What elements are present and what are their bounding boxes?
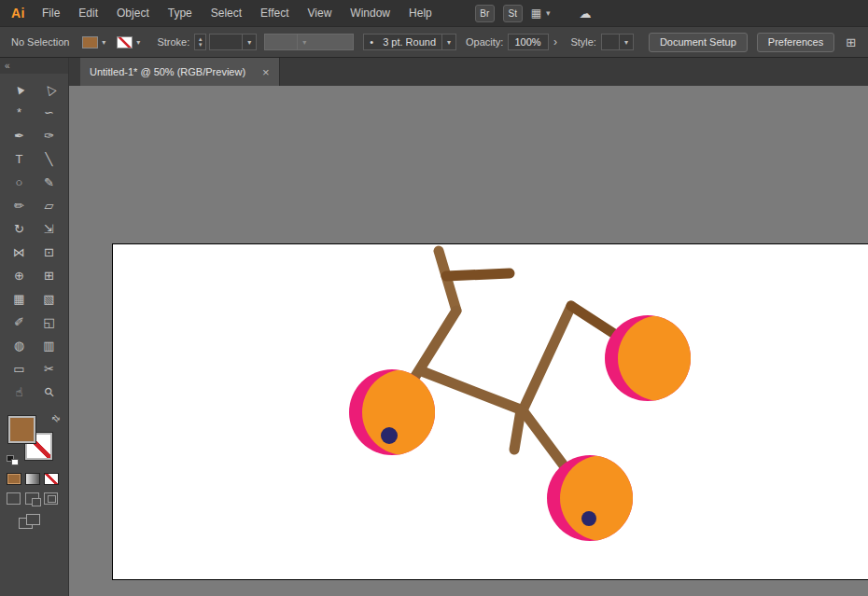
menu-bar-icons: Br St ▦ ▾ ☁ — [475, 5, 592, 22]
draw-inside-button[interactable] — [44, 492, 58, 505]
stroke-weight-combo[interactable]: ▾ — [209, 34, 257, 50]
opacity-label: Opacity: — [466, 36, 503, 48]
drawing-mode-buttons — [0, 487, 68, 505]
fill-color-control[interactable]: ▾ — [82, 36, 109, 49]
magic-wand-tool[interactable]: * — [5, 101, 35, 124]
type-tool[interactable]: T — [5, 147, 35, 171]
column-graph-tool[interactable]: ▥ — [35, 334, 64, 357]
menu-edit[interactable]: Edit — [69, 0, 107, 26]
fill-color-swatch[interactable] — [82, 36, 98, 49]
artboard-tool[interactable]: ▭ — [5, 357, 35, 381]
align-panel-icon[interactable]: ⊞ — [846, 35, 866, 49]
opacity-panel-chevron-icon[interactable]: › — [549, 34, 561, 50]
document-tab-bar: Untitled-1* @ 50% (RGB/Preview) × — [69, 58, 868, 86]
document-setup-button[interactable]: Document Setup — [649, 33, 748, 52]
variable-width-dropdown-icon: ▾ — [297, 35, 311, 49]
shape-builder-tool[interactable]: ⊕ — [5, 264, 35, 287]
gradient-tool[interactable]: ▧ — [35, 287, 64, 311]
style-combo[interactable]: ▾ — [601, 34, 634, 50]
paintbrush-tool[interactable]: ✎ — [35, 171, 64, 194]
ellipse-tool[interactable]: ○ — [5, 171, 35, 194]
menu-type[interactable]: Type — [159, 0, 202, 26]
menu-items: FileEditObjectTypeSelectEffectViewWindow… — [33, 0, 441, 26]
pencil-tool[interactable]: ✏ — [5, 194, 35, 217]
menu-effect[interactable]: Effect — [251, 0, 298, 26]
pen-tool[interactable]: ✒ — [5, 124, 35, 147]
fill-dropdown-icon[interactable]: ▾ — [98, 36, 109, 49]
stroke-weight-label: Stroke: — [157, 36, 189, 48]
fill-stroke-indicator: ⇄ — [6, 415, 63, 467]
menu-help[interactable]: Help — [399, 0, 441, 26]
stepper-down-icon[interactable]: ▼ — [198, 42, 203, 48]
selection-tool[interactable]: ▲ — [5, 77, 35, 101]
stroke-weight-stepper[interactable]: ▲ ▼ — [194, 34, 206, 50]
brush-preview-dot: • — [370, 36, 373, 48]
stroke-color-control[interactable]: ▾ — [117, 36, 144, 49]
main-area: « ▲△*∽✒✑T╲○✎✏▱↻⇲⋈⊡⊕⊞▦▧✐◱◍▥▭✂☝⚲ ⇄ — [0, 58, 868, 596]
hand-tool[interactable]: ☝ — [5, 381, 35, 404]
stroke-dropdown-icon[interactable]: ▾ — [133, 36, 144, 49]
stroke-color-swatch[interactable] — [117, 36, 133, 49]
cloud-sync-icon[interactable]: ☁ — [580, 7, 592, 21]
tab-close-icon[interactable]: × — [262, 66, 270, 78]
illustrator-window: Ai FileEditObjectTypeSelectEffectViewWin… — [0, 0, 868, 596]
menu-window[interactable]: Window — [341, 0, 399, 26]
tools-grid: ▲△*∽✒✑T╲○✎✏▱↻⇲⋈⊡⊕⊞▦▧✐◱◍▥▭✂☝⚲ — [0, 77, 68, 404]
rotate-tool[interactable]: ↻ — [5, 217, 35, 241]
free-transform-tool[interactable]: ⊡ — [35, 241, 64, 264]
blend-tool[interactable]: ◱ — [35, 311, 64, 334]
symbol-sprayer-tool[interactable]: ◍ — [5, 334, 35, 357]
document-area: Untitled-1* @ 50% (RGB/Preview) × — [69, 58, 868, 596]
bridge-button[interactable]: Br — [475, 5, 495, 22]
artboard[interactable] — [113, 244, 868, 579]
line-segment-tool[interactable]: ╲ — [35, 147, 64, 171]
menu-view[interactable]: View — [299, 0, 342, 26]
canvas-area[interactable] — [69, 86, 868, 596]
menu-bar: Ai FileEditObjectTypeSelectEffectViewWin… — [0, 0, 868, 26]
app-logo: Ai — [11, 6, 25, 21]
brush-definition-combo[interactable]: • 3 pt. Round ▾ — [363, 34, 456, 50]
selection-status: No Selection — [11, 36, 69, 48]
default-fill-stroke-icon[interactable] — [7, 455, 19, 465]
tools-panel: « ▲△*∽✒✑T╲○✎✏▱↻⇲⋈⊡⊕⊞▦▧✐◱◍▥▭✂☝⚲ ⇄ — [0, 58, 69, 596]
menu-file[interactable]: File — [33, 0, 69, 26]
workspace-caret-icon[interactable]: ▾ — [546, 8, 551, 18]
width-tool[interactable]: ⋈ — [5, 241, 35, 264]
direct-selection-tool[interactable]: △ — [35, 77, 64, 101]
none-button[interactable] — [44, 473, 59, 485]
gradient-button[interactable] — [25, 473, 40, 485]
eyedropper-tool[interactable]: ✐ — [5, 311, 35, 334]
draw-normal-button[interactable] — [7, 492, 21, 505]
eraser-tool[interactable]: ▱ — [35, 194, 64, 217]
style-dropdown-icon[interactable]: ▾ — [619, 35, 633, 49]
document-tab[interactable]: Untitled-1* @ 50% (RGB/Preview) × — [80, 58, 280, 86]
variable-width-combo: ▾ — [264, 34, 354, 50]
menu-object[interactable]: Object — [107, 0, 159, 26]
document-tab-title: Untitled-1* @ 50% (RGB/Preview) — [90, 66, 245, 77]
lasso-tool[interactable]: ∽ — [35, 101, 64, 124]
draw-behind-button[interactable] — [25, 492, 39, 505]
color-button[interactable] — [7, 473, 21, 485]
scale-tool[interactable]: ⇲ — [35, 217, 64, 241]
slice-tool[interactable]: ✂ — [35, 357, 64, 381]
color-mode-buttons — [0, 467, 68, 487]
style-label: Style: — [570, 36, 596, 48]
preferences-button[interactable]: Preferences — [757, 33, 834, 52]
stock-button[interactable]: St — [503, 5, 523, 22]
stroke-weight-control[interactable]: ▲ ▼ ▾ — [194, 34, 257, 50]
zoom-tool[interactable]: ⚲ — [35, 381, 64, 404]
fill-indicator-swatch[interactable] — [8, 416, 35, 443]
menu-select[interactable]: Select — [202, 0, 251, 26]
change-screen-mode-button[interactable] — [19, 514, 41, 530]
control-panel: No Selection ▾ ▾ Stroke: ▲ ▼ ▾ ▾ — [0, 26, 868, 58]
brush-definition-value: 3 pt. Round — [383, 36, 436, 48]
stroke-weight-dropdown-icon[interactable]: ▾ — [242, 35, 256, 49]
mesh-tool[interactable]: ▦ — [5, 287, 35, 311]
opacity-field[interactable]: 100% — [508, 34, 549, 50]
perspective-grid-tool[interactable]: ⊞ — [35, 264, 64, 287]
swap-fill-stroke-icon[interactable]: ⇄ — [49, 412, 63, 425]
workspace-switcher-icon[interactable]: ▦ — [531, 7, 541, 20]
collapse-panel-icon[interactable]: « — [0, 58, 68, 74]
curvature-tool[interactable]: ✑ — [35, 124, 64, 147]
brush-dropdown-icon[interactable]: ▾ — [441, 35, 455, 49]
